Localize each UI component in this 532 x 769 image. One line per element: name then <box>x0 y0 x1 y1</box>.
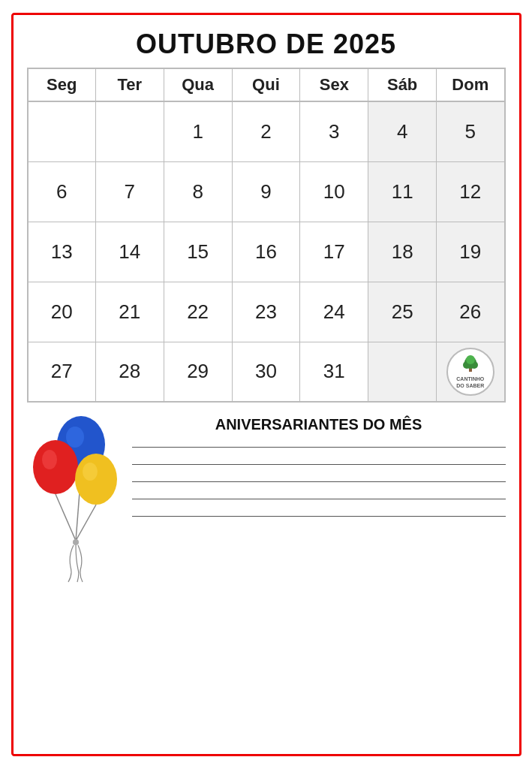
calendar-day: 7 <box>95 161 164 222</box>
calendar-day: 26 <box>437 282 505 342</box>
calendar-day: 13 <box>28 222 96 282</box>
birthday-line-1 <box>132 447 506 448</box>
calendar-header-qui: Qui <box>232 68 300 101</box>
calendar-header-qua: Qua <box>164 68 232 101</box>
calendar-day: 11 <box>368 161 437 222</box>
calendar-day: 20 <box>28 282 96 342</box>
calendar-day: 24 <box>300 282 368 342</box>
calendar-day: 16 <box>232 222 300 282</box>
calendar-day: 3 <box>300 101 368 161</box>
calendar-week-4: 20212223242526 <box>28 282 505 342</box>
calendar-day: 6 <box>28 161 96 222</box>
birthday-line-3 <box>132 481 506 482</box>
calendar-day: 27 <box>28 342 96 402</box>
birthday-line-5 <box>132 516 506 517</box>
logo-text: CANTINHODO SABER <box>456 376 484 389</box>
calendar-week-5: 2728293031 CANTINHODO SABER <box>28 342 505 402</box>
birthday-line-4 <box>132 499 506 499</box>
calendar-header-dom: Dom <box>437 68 505 101</box>
birthday-section: ANIVERSARIANTES DO MÊS <box>132 413 506 533</box>
svg-point-9 <box>42 450 57 469</box>
calendar-day: 9 <box>232 161 300 222</box>
calendar-week-3: 13141516171819 <box>28 222 505 282</box>
page: OUTUBRO DE 2025 SegTerQuaQuiSexSábDom 12… <box>11 13 521 756</box>
calendar-day: 15 <box>164 222 232 282</box>
svg-point-11 <box>75 454 117 505</box>
page-title: OUTUBRO DE 2025 <box>27 29 506 60</box>
calendar-day: 30 <box>232 342 300 402</box>
calendar-day: 18 <box>368 222 437 282</box>
calendar-header-sáb: Sáb <box>368 68 437 101</box>
calendar-day: 1 <box>164 101 232 161</box>
calendar-week-1: 12345 <box>28 101 505 161</box>
calendar-day: 4 <box>368 101 437 161</box>
svg-line-13 <box>76 505 96 541</box>
calendar-day <box>368 342 437 402</box>
svg-point-8 <box>33 440 78 494</box>
calendar-day: 23 <box>232 282 300 342</box>
birthday-line-2 <box>132 464 506 465</box>
calendar-day: 10 <box>300 161 368 222</box>
balloons-illustration <box>27 413 125 578</box>
logo-circle: CANTINHODO SABER <box>446 348 494 396</box>
calendar-day: 28 <box>95 342 164 402</box>
calendar-day: 21 <box>95 282 164 342</box>
svg-point-4 <box>466 355 475 364</box>
calendar-day <box>28 101 96 161</box>
calendar-day: 12 <box>437 161 505 222</box>
calendar-day <box>95 101 164 161</box>
calendar-week-2: 6789101112 <box>28 161 505 222</box>
calendar-day: 22 <box>164 282 232 342</box>
svg-point-14 <box>73 539 79 545</box>
calendar-day: 2 <box>232 101 300 161</box>
svg-point-6 <box>66 427 84 448</box>
calendar-day: 17 <box>300 222 368 282</box>
calendar-header-seg: Seg <box>28 68 96 101</box>
calendar-header-row: SegTerQuaQuiSexSábDom <box>28 68 505 101</box>
calendar-day: CANTINHODO SABER <box>437 342 505 402</box>
birthday-title: ANIVERSARIANTES DO MÊS <box>132 416 506 433</box>
calendar-day: 8 <box>164 161 232 222</box>
calendar-day: 14 <box>95 222 164 282</box>
calendar: SegTerQuaQuiSexSábDom 123456789101112131… <box>27 68 506 403</box>
svg-line-10 <box>56 494 76 541</box>
calendar-header-sex: Sex <box>300 68 368 101</box>
calendar-header-ter: Ter <box>95 68 164 101</box>
calendar-day: 19 <box>437 222 505 282</box>
calendar-day: 25 <box>368 282 437 342</box>
calendar-day: 29 <box>164 342 232 402</box>
calendar-day: 31 <box>300 342 368 402</box>
calendar-day: 5 <box>437 101 505 161</box>
svg-point-12 <box>83 463 98 481</box>
calendar-body: 1234567891011121314151617181920212223242… <box>28 101 505 402</box>
bottom-section: ANIVERSARIANTES DO MÊS <box>27 413 506 578</box>
